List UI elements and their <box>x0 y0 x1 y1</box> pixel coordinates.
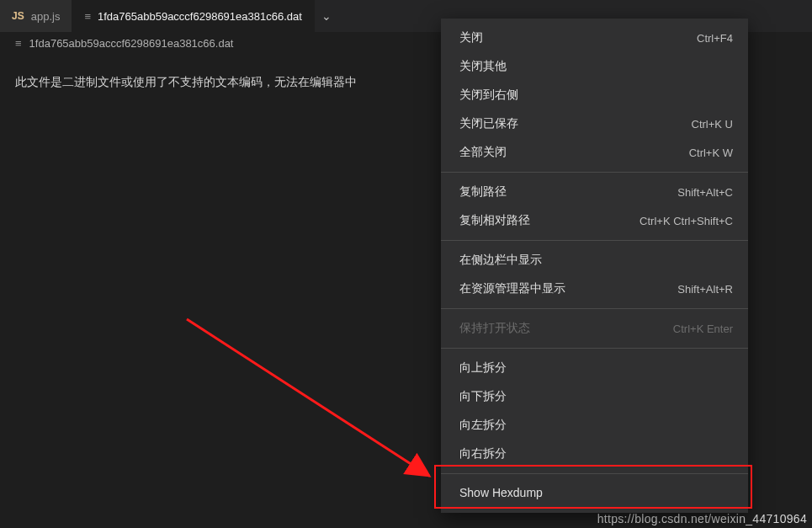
menu-label: 关闭 <box>459 30 483 45</box>
tab-appjs[interactable]: JS app.js <box>0 0 72 32</box>
menu-shortcut: Ctrl+K Enter <box>673 323 733 335</box>
menu-show-hexdump[interactable]: Show Hexdump <box>441 479 748 506</box>
menu-copy-relative-path[interactable]: 复制相对路径 Ctrl+K Ctrl+Shift+C <box>441 206 748 235</box>
menu-label: 在资源管理器中显示 <box>459 281 565 296</box>
breadcrumb-label: 1fda765abb59acccf6298691ea381c66.dat <box>29 37 234 50</box>
menu-separator <box>441 473 748 474</box>
tab-label: 1fda765abb59acccf6298691ea381c66.dat <box>98 10 302 23</box>
menu-label: 复制相对路径 <box>459 213 530 228</box>
menu-label: Show Hexdump <box>459 486 543 499</box>
file-icon: ≡ <box>15 37 22 50</box>
menu-label: 向下拆分 <box>459 389 507 404</box>
menu-separator <box>441 348 748 349</box>
menu-label: 全部关闭 <box>459 145 507 160</box>
menu-shortcut: Ctrl+K U <box>692 118 733 131</box>
menu-close-all[interactable]: 全部关闭 Ctrl+K W <box>441 138 748 167</box>
menu-shortcut: Ctrl+F4 <box>697 32 733 45</box>
tab-label: app.js <box>31 10 61 23</box>
file-icon: ≡ <box>84 10 91 23</box>
menu-split-up[interactable]: 向上拆分 <box>441 354 748 382</box>
menu-reveal-sidebar[interactable]: 在侧边栏中显示 <box>441 246 748 275</box>
menu-shortcut: Shift+Alt+R <box>677 283 733 296</box>
menu-reveal-explorer[interactable]: 在资源管理器中显示 Shift+Alt+R <box>441 275 748 303</box>
menu-label: 向上拆分 <box>459 360 507 376</box>
menu-label: 复制路径 <box>459 184 507 200</box>
tab-datfile[interactable]: ≡ 1fda765abb59acccf6298691ea381c66.dat <box>72 0 314 32</box>
menu-copy-path[interactable]: 复制路径 Shift+Alt+C <box>441 178 748 206</box>
menu-split-down[interactable]: 向下拆分 <box>441 382 748 411</box>
menu-label: 向右拆分 <box>459 446 507 461</box>
menu-close-right[interactable]: 关闭到右侧 <box>441 81 748 109</box>
watermark: https://blog.csdn.net/weixin_44710964 <box>597 512 807 525</box>
menu-label: 保持打开状态 <box>459 321 530 336</box>
js-icon: JS <box>12 10 24 22</box>
menu-close-others[interactable]: 关闭其他 <box>441 52 748 81</box>
menu-label: 关闭到右侧 <box>459 88 518 103</box>
menu-label: 向左拆分 <box>459 418 507 433</box>
chevron-down-icon: ⌄ <box>321 9 332 23</box>
menu-separator <box>441 308 748 309</box>
svg-line-0 <box>187 319 429 476</box>
menu-close-saved[interactable]: 关闭已保存 Ctrl+K U <box>441 109 748 138</box>
menu-separator <box>441 240 748 241</box>
menu-split-left[interactable]: 向左拆分 <box>441 411 748 440</box>
binary-file-message: 此文件是二进制文件或使用了不支持的文本编码，无法在编辑器中 <box>15 75 357 88</box>
menu-label: 在侧边栏中显示 <box>459 253 542 268</box>
menu-label: 关闭已保存 <box>459 116 518 131</box>
menu-close[interactable]: 关闭 Ctrl+F4 <box>441 24 748 52</box>
menu-split-right[interactable]: 向右拆分 <box>441 440 748 468</box>
menu-separator <box>441 172 748 173</box>
tab-overflow-chevron[interactable]: ⌄ <box>315 0 338 32</box>
annotation-arrow <box>183 316 453 491</box>
menu-shortcut: Ctrl+K Ctrl+Shift+C <box>640 215 733 227</box>
menu-keep-open: 保持打开状态 Ctrl+K Enter <box>441 314 748 343</box>
menu-shortcut: Shift+Alt+C <box>677 186 733 199</box>
menu-label: 关闭其他 <box>459 59 507 74</box>
menu-shortcut: Ctrl+K W <box>689 147 733 159</box>
tab-context-menu: 关闭 Ctrl+F4 关闭其他 关闭到右侧 关闭已保存 Ctrl+K U 全部关… <box>441 19 748 513</box>
